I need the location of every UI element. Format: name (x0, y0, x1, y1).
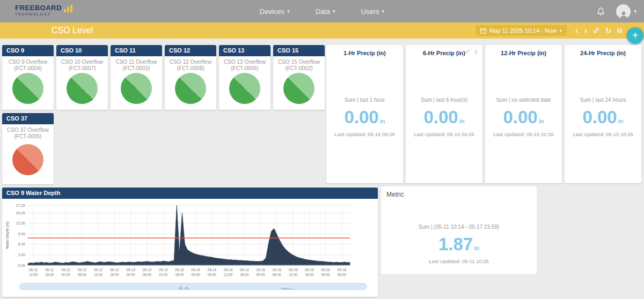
menu-users[interactable]: Users ▾ (361, 8, 384, 16)
metric-unit: in (539, 118, 544, 124)
overflow-status-pie (175, 73, 206, 104)
svg-text:06:00: 06:00 (273, 273, 282, 276)
metric-value: 0.00 (423, 108, 458, 126)
cso-15-card[interactable]: CSO 15 CSO 15 Overflow (FCT-0002) (273, 45, 325, 110)
svg-text:05-16: 05-16 (321, 268, 330, 272)
svg-text:05-11: 05-11 (29, 268, 38, 272)
svg-text:12:00: 12:00 (29, 273, 38, 276)
svg-text:05-12: 05-12 (94, 268, 103, 272)
card-title: CSO 15 (273, 45, 325, 56)
svg-text:05-12: 05-12 (78, 268, 87, 272)
date-range-label: May 11 2025 10:14 - Now (489, 27, 557, 34)
svg-text:05-13: 05-13 (159, 268, 168, 272)
svg-text:00:00: 00:00 (256, 273, 265, 276)
aggregation-label: Sum | no selected date (485, 97, 562, 103)
metric-value: 0.00 (582, 108, 617, 126)
precip-1hr-card[interactable]: 1-Hr Precip (in) Sum | last 1 hour 0.00 … (326, 45, 403, 183)
svg-text:05-15: 05-15 (256, 268, 265, 272)
person-icon (619, 10, 628, 19)
metric-unit: in (618, 118, 624, 124)
menu-data-label: Data (316, 8, 330, 16)
metric-value: 0.00 (344, 108, 378, 126)
pause-button[interactable] (616, 28, 624, 33)
date-range-picker[interactable]: May 11 2025 10:14 - Now ▾ (475, 25, 567, 36)
menu-devices[interactable]: Devices ▾ (260, 8, 290, 16)
cso-12-card[interactable]: CSO 12 CSO 12 Overflow (FCT-0008) (165, 45, 216, 110)
svg-text:0.00: 0.00 (18, 264, 25, 267)
aggregation-label: Sum | (05-11 10:14 - 05-17 23:59) (381, 224, 537, 230)
menu-data[interactable]: Data ▾ (316, 8, 335, 16)
time-range-scrollbar[interactable] (19, 283, 367, 290)
menu-users-label: Users (361, 8, 379, 16)
svg-text:06:00: 06:00 (78, 273, 87, 276)
cso-13-card[interactable]: CSO 13 CSO 13 Overflow (FCT-0006) (219, 45, 270, 110)
cso-11-card[interactable]: CSO 11 CSO 11 Overflow (FCT-0003) (111, 45, 162, 110)
metric-card[interactable]: Metric Sum | (05-11 10:14 - 05-17 23:59)… (381, 186, 537, 274)
card-title: CSO 12 (165, 45, 216, 56)
caret-down-icon: ▾ (287, 9, 290, 14)
last-updated: Last Updated: 05-16 09:26 (326, 131, 403, 137)
water-depth-chart-card[interactable]: CSO 9 Water Depth 17.2015.0012.009.006.0… (2, 188, 378, 297)
edit-widget-icon[interactable] (465, 49, 470, 54)
titlebar-controls: May 11 2025 10:14 - Now ▾ ‹ › ↻ (475, 25, 635, 36)
brand-logo[interactable]: FREEBOARD TECHNOLOGY (15, 4, 73, 17)
add-widget-button[interactable]: + (627, 27, 643, 44)
card-title: CSO 10 (56, 45, 108, 56)
caret-down-icon: ▾ (333, 9, 335, 14)
overflow-status-pie (229, 73, 260, 104)
metric-unit: in (474, 245, 479, 251)
brand-name: FREEBOARD (15, 4, 62, 12)
fullscreen-button[interactable] (591, 27, 601, 34)
notifications-bell-icon[interactable] (596, 7, 605, 16)
svg-text:05-11: 05-11 (45, 268, 54, 272)
precip-6hr-card[interactable]: 6-Hr Precip (in) Sum | last 6 hour(s) 0.… (406, 45, 482, 183)
svg-text:00:00: 00:00 (126, 273, 135, 276)
svg-text:05-14: 05-14 (208, 268, 217, 272)
svg-text:12:00: 12:00 (289, 273, 298, 276)
card-title: CSO 9 Water Depth (2, 188, 378, 199)
cso-9-card[interactable]: CSO 9 CSO 9 Overflow (FCT-0004) (2, 45, 54, 110)
aggregation-label: Sum | last 24 hours (565, 97, 641, 103)
device-label: CSO 9 Overflow (FCT-0004) (6, 59, 50, 72)
svg-text:18:00: 18:00 (175, 273, 184, 276)
caret-down-icon: ▾ (634, 9, 636, 14)
svg-text:05-12: 05-12 (61, 268, 70, 272)
device-label: CSO 13 Overflow (FCT-0006) (223, 59, 267, 72)
next-period-button[interactable]: › (582, 26, 588, 35)
caret-down-icon: ▾ (560, 28, 562, 33)
overflow-status-pie (121, 73, 152, 104)
svg-text:18:00: 18:00 (110, 273, 119, 276)
svg-text:06:00: 06:00 (208, 273, 217, 276)
svg-text:17.20: 17.20 (16, 204, 25, 207)
prev-period-button[interactable]: ‹ (574, 26, 580, 35)
last-updated: Last Updated: 05-15 22:26 (485, 131, 562, 137)
last-updated: Last Updated: 05-11 10:26 (381, 258, 537, 264)
refresh-button[interactable]: ↻ (604, 25, 613, 36)
svg-text:05-13: 05-13 (175, 268, 184, 272)
precip-12hr-card[interactable]: 12-Hr Precip (in) Sum | no selected date… (485, 45, 562, 183)
caret-down-icon: ▾ (382, 9, 385, 14)
svg-text:15.00: 15.00 (16, 211, 25, 215)
svg-text:00:00: 00:00 (321, 273, 330, 276)
metric-unit: in (459, 118, 465, 124)
svg-text:05-15: 05-15 (305, 268, 314, 272)
refresh-icon: ↻ (605, 25, 612, 36)
card-title: Metric (381, 186, 537, 203)
svg-text:05-12: 05-12 (110, 268, 119, 272)
last-updated: Last Updated: 05-16 04:26 (406, 131, 482, 137)
top-navbar: FREEBOARD TECHNOLOGY Devices ▾ Data ▾ Us… (0, 0, 644, 23)
cso-10-card[interactable]: CSO 10 CSO 10 Overflow (FCT-0007) (56, 45, 108, 110)
precip-24hr-card[interactable]: 24-Hr Precip (in) Sum | last 24 hours 0.… (565, 45, 641, 183)
svg-text:12.00: 12.00 (16, 221, 25, 225)
svg-text:05-14: 05-14 (191, 268, 200, 272)
avatar (616, 4, 631, 19)
device-label: CSO 12 Overflow (FCT-0008) (169, 59, 213, 72)
user-menu[interactable]: ▾ (616, 4, 636, 19)
cso-37-card[interactable]: CSO 37 CSO 37 Overflow (FCT-0005) (2, 113, 54, 184)
card-title: 1-Hr Precip (in) (326, 45, 403, 56)
metric-value: 1.87 (438, 235, 473, 253)
water-depth-chart[interactable]: 17.2015.0012.009.006.003.000.0005-1112:0… (3, 201, 353, 279)
svg-text:05-16: 05-16 (338, 268, 347, 272)
download-widget-icon[interactable] (473, 49, 479, 54)
svg-text:18:00: 18:00 (45, 273, 54, 276)
